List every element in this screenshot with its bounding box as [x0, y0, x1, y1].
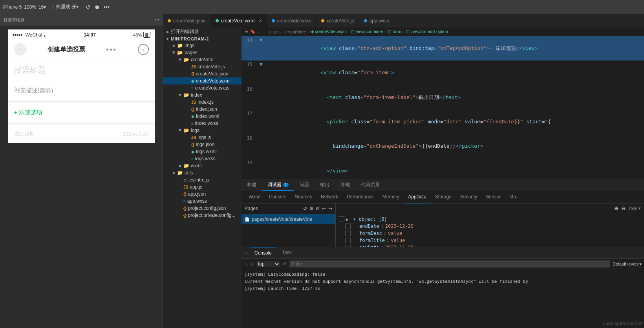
tree-logs-wxml[interactable]: ▶ ◈ logs.wxml: [163, 148, 242, 155]
refresh-icon[interactable]: ↺: [86, 4, 90, 10]
data-root-row[interactable]: ▶ ▾ object {6}: [336, 216, 644, 223]
devtool-performance[interactable]: Performance: [343, 191, 378, 203]
devtool-console[interactable]: Console: [265, 191, 290, 203]
tree-app-wxss[interactable]: ▶ ≡ app.wxss: [163, 198, 242, 205]
devtool-appdata[interactable]: AppData: [404, 191, 430, 203]
back-icon[interactable]: ↩: [322, 206, 326, 211]
tree-project-private[interactable]: ▶ {} project.private.config...: [163, 212, 242, 219]
vote-desc-field[interactable]: 补充描述(选填): [8, 81, 155, 100]
code-line-19: 19 </view>: [242, 159, 644, 179]
tree-index-wxml[interactable]: ▶ ◈ index.wxml: [163, 113, 242, 120]
forward-icon[interactable]: ↪: [328, 206, 332, 211]
bottom-tab-debugger[interactable]: 调试器 1: [262, 179, 294, 191]
code-content[interactable]: 14 ▼ <view class="btn-add-option" bind:t…: [242, 36, 644, 179]
logs-folder-label: logs: [191, 128, 199, 133]
tab-createVote-json[interactable]: createVote.json: [163, 14, 211, 27]
stop-icon[interactable]: ⏺: [94, 4, 100, 10]
createVote-wxss-label: createVote.wxss: [195, 85, 229, 91]
tab-createVote-js[interactable]: createVote.js: [317, 14, 359, 27]
collapse-arrow[interactable]: ▼: [257, 36, 265, 44]
bottom-tab-build[interactable]: 构建: [242, 179, 262, 191]
bottom-tab-output[interactable]: 输出: [315, 179, 335, 191]
tree-createVote-wxml[interactable]: ▶ ◈ createVote.wxml: [163, 77, 242, 84]
data-checkbox[interactable]: [345, 224, 351, 229]
tree-logs-folder[interactable]: ▶ 📂 logs: [163, 127, 242, 134]
tree-utils-folder[interactable]: ▶ 📁 utils: [163, 169, 242, 176]
tree-logs-wxss[interactable]: ▶ ≡ logs.wxss: [163, 155, 242, 162]
tree-createVote-json[interactable]: ▶ {} createVote.json: [163, 70, 242, 77]
expand-icon[interactable]: ▶: [346, 217, 351, 222]
devtool-memory[interactable]: Memory: [379, 191, 403, 203]
tree-logs-json[interactable]: ▶ {} logs.json: [163, 141, 242, 148]
tab-label-app-wxss: app.wxss: [370, 18, 389, 24]
filter-input[interactable]: [289, 260, 610, 268]
tab-createVote-wxml[interactable]: createVote.wxml ✕: [211, 14, 267, 27]
tree-view-toggle[interactable]: Tree ▾: [628, 206, 641, 211]
console-tab-console[interactable]: Console: [251, 247, 276, 258]
tab-app-wxss[interactable]: app.wxss: [359, 14, 394, 27]
tree-logs-js[interactable]: ▶ JS logs.js: [163, 134, 242, 141]
bottom-tab-problems[interactable]: 问题: [294, 179, 315, 191]
devtool-wxml[interactable]: Wxml: [245, 191, 264, 203]
devtool-sources[interactable]: Sources: [291, 191, 316, 203]
record-icon[interactable]: ●: [138, 44, 149, 55]
tree-index-json[interactable]: ▶ {} index.json: [163, 106, 242, 113]
bottom-tab-codequality[interactable]: 代码质量: [355, 179, 385, 191]
home-button[interactable]: ⌂: [14, 43, 27, 56]
data-formDesc[interactable]: formDesc : value: [336, 230, 644, 237]
tree-createVote-wxss[interactable]: ▶ ≡ createVote.wxss: [163, 84, 242, 92]
breadcrumb-back-icon[interactable]: ←: [257, 29, 262, 34]
breadcrumb-forward-icon[interactable]: →: [263, 29, 267, 34]
more-options-btn[interactable]: •••: [106, 45, 117, 54]
data-checkbox[interactable]: [345, 238, 351, 243]
explorer-more-icon[interactable]: •••: [155, 17, 159, 22]
tab-createVote-wxss[interactable]: createVote.wxss: [267, 14, 317, 27]
collapse-arrow[interactable]: ▼: [257, 60, 265, 69]
data-checkbox[interactable]: [339, 216, 344, 222]
data-checkbox[interactable]: [345, 231, 351, 236]
tree-index-js[interactable]: ▶ JS index.js: [163, 99, 242, 106]
devtool-storage[interactable]: Storage: [431, 191, 456, 203]
network-label: WeChat: [26, 32, 42, 38]
date-row[interactable]: 截止日期 2023-12-20: [8, 125, 155, 143]
device-selector[interactable]: iPhone 5 100% 16▾ | 热重载 开▾: [3, 4, 79, 10]
context-selector[interactable]: top: [256, 261, 280, 267]
devtool-network[interactable]: Network: [317, 191, 342, 203]
arrow-icon: ▶: [178, 92, 182, 98]
refresh-icon[interactable]: ↺: [303, 206, 307, 211]
devtool-sensor[interactable]: Sensor: [482, 191, 505, 203]
tree-wxml-folder[interactable]: ▶ 📁 wxml: [163, 162, 242, 169]
tree-eslintrc[interactable]: ▶ ⊙ .eslintrc.js: [163, 176, 242, 183]
expand-icon[interactable]: ⊕: [309, 206, 313, 211]
tree-index-wxss[interactable]: ▶ ≡ index.wxss: [163, 120, 242, 127]
tree-pages[interactable]: ▶ 📂 pages: [163, 49, 242, 56]
devtool-more[interactable]: Mo...: [505, 191, 524, 203]
page-item-createVote[interactable]: 📄 pages/createVote/createVote: [242, 214, 335, 224]
vote-title-field[interactable]: 投票标题: [8, 59, 155, 81]
tree-root[interactable]: ▶ MINIPROGRAM-2: [163, 36, 242, 42]
tree-app-js[interactable]: ▶ JS app.js: [163, 183, 242, 191]
add-option-btn[interactable]: + 添加选项: [8, 103, 155, 122]
tree-createVote-js[interactable]: ▶ JS createVote.js: [163, 63, 242, 70]
tree-app-json[interactable]: ▶ {} app.json: [163, 191, 242, 198]
more-icon[interactable]: •••: [104, 4, 110, 10]
hot-reload-label[interactable]: 热重载 开▾: [56, 4, 79, 10]
tree-imgs[interactable]: ▶ 📁 imgs: [163, 42, 242, 49]
tree-open-editors[interactable]: ▶ 打开的编辑器: [163, 27, 242, 36]
data-formTitle[interactable]: formTitle : value: [336, 237, 644, 244]
collapse-all-icon[interactable]: ⊖: [621, 205, 626, 211]
tree-createVote-folder[interactable]: ▶ 📂 createVote: [163, 56, 242, 63]
console-tab-task[interactable]: Task: [278, 247, 296, 258]
data-endDate[interactable]: endDate : 2023-12-20: [336, 223, 644, 230]
bottom-tab-terminal[interactable]: 终端: [335, 179, 355, 191]
expand-all-icon[interactable]: ⊕: [614, 205, 619, 211]
collapse-icon[interactable]: ⊖: [316, 206, 320, 211]
log-level-selector[interactable]: Default levels ▾: [613, 262, 642, 267]
devtool-security[interactable]: Security: [456, 191, 481, 203]
index-wxml-label: index.wxml: [196, 114, 219, 119]
tab-close-wxml[interactable]: ✕: [259, 18, 262, 23]
tree-label: Tree: [628, 206, 637, 211]
tree-index-folder[interactable]: ▶ 📂 index: [163, 92, 242, 99]
tree-project-config[interactable]: ▶ {} project.config.json: [163, 205, 242, 212]
eye-icon[interactable]: 👁: [282, 261, 287, 267]
